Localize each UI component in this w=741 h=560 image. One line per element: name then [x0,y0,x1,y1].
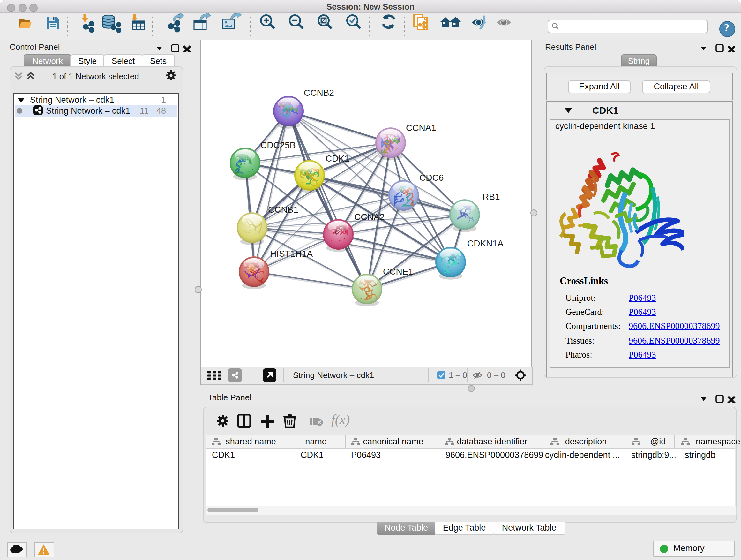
svg-text:CCNE1: CCNE1 [383,266,413,276]
svg-text:CCNB2: CCNB2 [304,88,334,98]
svg-text:CCNA2: CCNA2 [354,212,385,222]
svg-text:CDK1: CDK1 [326,153,349,164]
svg-text:CCNA1: CCNA1 [406,123,436,133]
svg-text:RB1: RB1 [482,192,500,202]
svg-text:CDC25B: CDC25B [260,140,295,150]
svg-text:CDKN1A: CDKN1A [467,239,503,248]
svg-text:CCNB1: CCNB1 [268,205,298,214]
svg-text:HIST1H1A: HIST1H1A [270,249,313,259]
svg-text:CDC6: CDC6 [419,173,444,183]
